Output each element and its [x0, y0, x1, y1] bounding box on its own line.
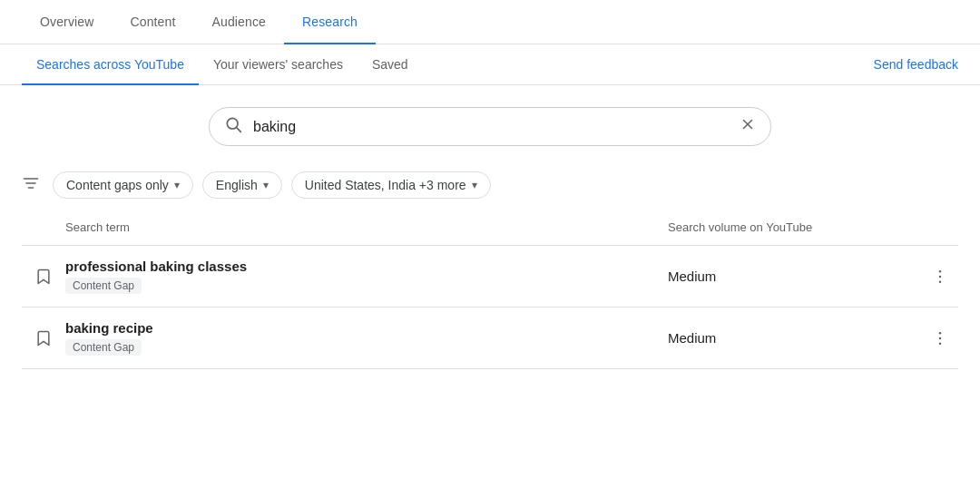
volume-value: Medium	[668, 330, 922, 346]
volume-value: Medium	[668, 269, 922, 284]
more-options-button[interactable]	[922, 329, 958, 347]
chevron-down-icon: ▾	[263, 179, 269, 191]
subnav-saved[interactable]: Saved	[358, 44, 423, 84]
column-header-term: Search term	[65, 220, 668, 234]
send-feedback-button[interactable]: Send feedback	[874, 44, 958, 84]
more-options-button[interactable]	[922, 268, 958, 286]
bookmark-button[interactable]	[22, 268, 65, 286]
language-filter[interactable]: English ▾	[202, 171, 282, 199]
svg-line-1	[237, 128, 241, 132]
table-row: baking recipe Content Gap Medium	[22, 308, 958, 369]
top-nav: Overview Content Audience Research	[0, 0, 980, 44]
search-area	[0, 85, 980, 161]
location-filter[interactable]: United States, India +3 more ▾	[291, 171, 491, 199]
search-box	[209, 107, 771, 146]
nav-item-overview[interactable]: Overview	[22, 0, 112, 44]
table-row: professional baking classes Content Gap …	[22, 246, 958, 308]
search-icon	[224, 115, 242, 138]
search-term-cell: baking recipe Content Gap	[65, 320, 668, 356]
search-term-cell: professional baking classes Content Gap	[65, 259, 668, 294]
content-gaps-filter[interactable]: Content gaps only ▾	[53, 171, 193, 199]
filters-row: Content gaps only ▾ English ▾ United Sta…	[0, 161, 980, 210]
svg-point-8	[939, 275, 942, 278]
table-header: Search term Search volume on YouTube	[22, 210, 958, 246]
search-input[interactable]	[253, 119, 740, 135]
term-title: baking recipe	[65, 320, 668, 336]
subnav-searches-youtube[interactable]: Searches across YouTube	[22, 44, 199, 84]
content-gap-badge: Content Gap	[65, 278, 142, 294]
nav-item-audience[interactable]: Audience	[193, 0, 284, 44]
column-header-volume: Search volume on YouTube	[668, 220, 922, 234]
clear-search-button[interactable]	[740, 116, 756, 137]
results-table: Search term Search volume on YouTube pro…	[0, 210, 980, 369]
term-title: professional baking classes	[65, 259, 668, 274]
bookmark-button[interactable]	[22, 329, 65, 347]
nav-item-research[interactable]: Research	[284, 0, 376, 44]
content-gaps-label: Content gaps only	[66, 178, 169, 192]
svg-point-10	[939, 331, 942, 334]
filter-lines-icon	[22, 174, 40, 197]
chevron-down-icon: ▾	[472, 179, 477, 191]
svg-point-7	[939, 269, 942, 272]
location-label: United States, India +3 more	[305, 178, 466, 192]
sub-nav: Searches across YouTube Your viewers' se…	[0, 44, 980, 85]
chevron-down-icon: ▾	[174, 179, 180, 191]
subnav-viewers-searches[interactable]: Your viewers' searches	[199, 44, 358, 84]
svg-point-11	[939, 337, 942, 339]
nav-item-content[interactable]: Content	[112, 0, 193, 44]
svg-point-12	[939, 342, 942, 345]
language-label: English	[216, 178, 258, 192]
svg-point-9	[939, 280, 942, 283]
content-gap-badge: Content Gap	[65, 339, 142, 356]
